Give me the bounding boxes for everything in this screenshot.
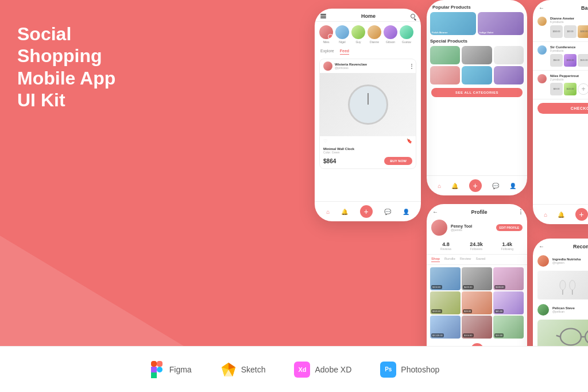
bag-item-count-1: 6 products: [550, 20, 588, 24]
post-menu-icon[interactable]: [411, 64, 412, 69]
stores-screen: ← Recommended Stores Ingredia Nutrisha @…: [533, 239, 588, 346]
back-arrow-stores[interactable]: ←: [539, 243, 544, 249]
shop-item-2[interactable]: $420.00: [462, 267, 492, 290]
avatar-niles[interactable]: Niles: [319, 25, 333, 44]
bag-thumb-3b: $125.00: [564, 83, 577, 95]
heart-icon[interactable]: ♡: [323, 139, 327, 144]
reviews-value: 4.8: [440, 241, 451, 247]
svg-point-0: [560, 280, 566, 290]
add-more-button-3[interactable]: +: [578, 83, 588, 95]
shop-item-3[interactable]: $189.00: [493, 267, 524, 290]
add-nav-button[interactable]: +: [360, 205, 373, 218]
post-product-info: Minimal Wall Clock Color: Green: [320, 146, 416, 155]
home-nav-icon[interactable]: ⌂: [326, 209, 330, 215]
avatar-circle: [319, 25, 333, 39]
bag-title: Bag: [544, 5, 588, 11]
shop-price-5: $28.00: [463, 309, 472, 313]
svg-line-7: [556, 336, 560, 337]
search-icon[interactable]: [411, 14, 415, 18]
followers-label: Followers: [470, 247, 483, 251]
special-product-3[interactable]: [494, 46, 524, 64]
user-icon-catalog[interactable]: 👤: [509, 183, 516, 189]
bag-thumb-1b: $22.00: [564, 25, 577, 38]
bag-item-1: Dianne Ameter 6 products $190.00 $22.00 …: [533, 13, 588, 42]
tab-shop[interactable]: Shop: [431, 257, 440, 262]
user-nav-icon[interactable]: 👤: [403, 209, 409, 215]
special-products-grid: [427, 46, 527, 84]
shop-item-7[interactable]: $3,520.00: [430, 316, 461, 339]
tab-review[interactable]: Review: [460, 257, 471, 262]
store-info-2: Pelican Steve @pelican: [552, 306, 575, 313]
special-product-5[interactable]: [462, 66, 492, 84]
product-thumb-2[interactable]: Indigo Violet: [478, 12, 524, 35]
bookmark-icon[interactable]: 🔖: [407, 139, 412, 144]
chat-nav-icon[interactable]: 💬: [384, 209, 391, 215]
back-arrow-profile[interactable]: ←: [432, 209, 438, 215]
shop-item-8[interactable]: $104.00: [462, 316, 492, 339]
tab-saved[interactable]: Saved: [475, 257, 485, 262]
avatar-nigel[interactable]: Nigel: [335, 25, 349, 44]
hamburger-icon[interactable]: [320, 14, 326, 18]
post-actions: ♡ 🔖: [320, 136, 416, 146]
chat-icon-catalog[interactable]: 💬: [492, 183, 499, 189]
shop-item-6[interactable]: $45.00: [493, 291, 524, 314]
special-product-4[interactable]: [430, 66, 460, 84]
bag-avatar-1: [537, 17, 547, 26]
bell-nav-icon[interactable]: 🔔: [341, 209, 348, 215]
avatar-dianne[interactable]: Dianne: [368, 25, 381, 44]
store-products-1: [533, 269, 588, 302]
tab-explore[interactable]: Explore: [320, 49, 334, 55]
buy-now-button[interactable]: BUY NOW: [384, 157, 412, 165]
store-handle-2: @pelican: [552, 310, 575, 313]
shop-item-9[interactable]: $16.00: [493, 316, 524, 339]
edit-profile-button[interactable]: EDIT PROFILE: [496, 224, 523, 231]
shop-item-1[interactable]: $150.00: [430, 267, 461, 290]
bottom-toolbar: Figma Sketch Xd Adobe XD: [0, 346, 588, 392]
post-header: Wisteria Ravenclaw @princess: [320, 59, 416, 73]
sketch-label: Sketch: [241, 365, 266, 374]
add-button-catalog[interactable]: +: [469, 179, 482, 192]
special-product-2[interactable]: [462, 46, 492, 64]
bell-icon-catalog[interactable]: 🔔: [451, 183, 458, 189]
photoshop-label: Photoshop: [401, 365, 439, 374]
bag-thumb-2b: $196.00: [564, 54, 577, 67]
see-all-button[interactable]: SEE ALL CATEGORIES: [431, 88, 523, 97]
avatar-guy[interactable]: Guy: [351, 25, 365, 44]
feed-tabs: Explore Feed: [315, 47, 421, 56]
shop-item-5[interactable]: $28.00: [462, 291, 492, 314]
post-handle: @princess: [335, 66, 367, 70]
bell-icon-bag[interactable]: 🔔: [558, 212, 564, 218]
phone-stores: ← Recommended Stores Ingredia Nutrisha @…: [533, 239, 588, 346]
checkout-button[interactable]: CHECKOUT: [537, 103, 588, 114]
phones-container: Home Niles Nigel: [140, 0, 588, 346]
special-product-1[interactable]: [430, 46, 460, 64]
load-more-button[interactable]: +: [471, 343, 483, 346]
product-label-1: Fielch Skinner: [432, 31, 447, 34]
avatar-gibson[interactable]: Gibson: [384, 25, 397, 44]
shop-item-4[interactable]: $320.00: [430, 291, 461, 314]
home-icon-catalog[interactable]: ⌂: [438, 183, 441, 189]
avatar-circle: [368, 25, 381, 39]
svg-rect-9: [151, 361, 157, 367]
profile-menu-icon[interactable]: [520, 209, 521, 214]
stores-header: ← Recommended Stores: [533, 239, 588, 253]
tab-bundle[interactable]: Bundle: [444, 257, 455, 262]
price-row: $864 BUY NOW: [320, 155, 416, 168]
avatar-gustav[interactable]: Gustav: [400, 25, 413, 44]
special-product-6[interactable]: [494, 66, 524, 84]
tab-feed[interactable]: Feed: [340, 49, 349, 55]
back-arrow-icon[interactable]: ←: [539, 5, 544, 11]
profile-user-row: Penny Tool @pennis EDIT PROFILE: [427, 217, 527, 238]
phone-profile: ← Profile Penny Tool @pennis EDIT PROFIL…: [427, 204, 527, 346]
profile-avatar: [431, 220, 447, 236]
store-item-1: Ingredia Nutrisha @ngreen FOLLOW: [533, 253, 588, 269]
shop-price-3: $189.00: [494, 285, 505, 289]
store-avatar-1: [537, 255, 549, 267]
figma-icon: [149, 362, 165, 378]
home-icon-bag[interactable]: ⌂: [544, 212, 547, 218]
profile-user-info: Penny Tool @pennis: [451, 224, 472, 232]
photoshop-tool: Ps Photoshop: [380, 362, 439, 378]
add-button-bag[interactable]: +: [575, 208, 588, 221]
avatar-circle: [400, 25, 413, 39]
product-thumb-1[interactable]: Fielch Skinner: [430, 12, 476, 35]
